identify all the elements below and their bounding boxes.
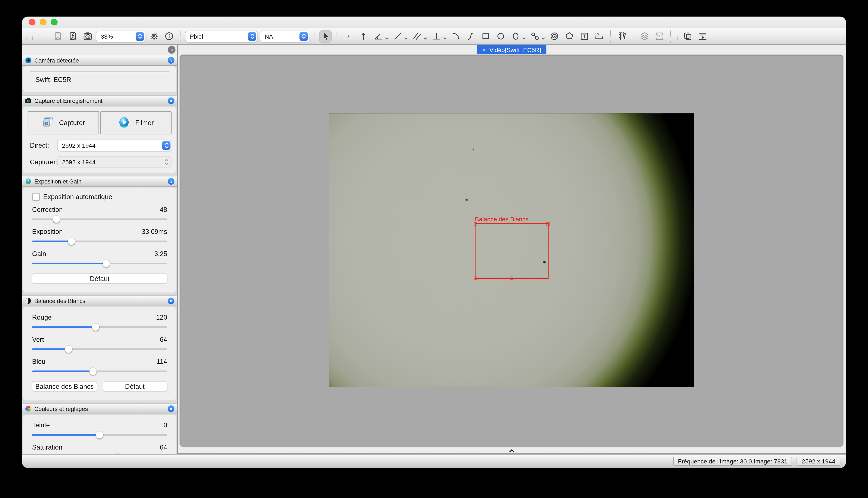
exposition-value: 33.09ms <box>142 228 167 236</box>
close-window-button[interactable] <box>29 19 36 25</box>
direct-resolution-value: 2592 x 1944 <box>62 142 95 149</box>
exposition-slider[interactable] <box>32 237 167 245</box>
section-collapse-button[interactable]: « <box>168 97 174 104</box>
perpendicular-tool-group[interactable] <box>430 30 447 42</box>
section-header-white-balance[interactable]: Balance des Blancs « <box>22 295 177 306</box>
scalebar-tool-button[interactable]: 10um <box>593 30 605 42</box>
minimize-window-button[interactable] <box>40 19 47 25</box>
capture-button[interactable]: Capturer <box>28 111 99 134</box>
zoom-level-select[interactable]: 33% <box>96 31 145 42</box>
linked-circles-tool-group[interactable] <box>528 30 545 42</box>
parallel-tool-group[interactable] <box>411 30 427 42</box>
slider-knob[interactable] <box>68 237 75 245</box>
line-tool-group[interactable] <box>391 30 408 42</box>
layers-button[interactable] <box>638 30 650 42</box>
point-tool-button[interactable] <box>342 30 354 42</box>
chevron-down-icon <box>522 37 526 40</box>
content: « Caméra détectée « Swift_EC5R <box>22 45 846 454</box>
tab-close-icon[interactable]: × <box>483 47 486 53</box>
linked-circles-tool-button[interactable] <box>528 30 541 42</box>
expand-panel-chevron[interactable] <box>509 449 515 453</box>
section-header-camera[interactable]: Caméra détectée « <box>22 55 177 66</box>
white-balance-icon <box>25 298 31 304</box>
white-balance-button[interactable]: Balance des Blancs <box>32 381 97 391</box>
roi-handle[interactable] <box>510 276 513 280</box>
chevron-down-icon <box>385 37 388 40</box>
export-image-button[interactable] <box>697 30 709 42</box>
section-header-capture[interactable]: Capture et Enregistrement « <box>22 95 177 106</box>
teinte-slider[interactable] <box>32 431 167 438</box>
line-tool-button[interactable] <box>391 30 404 42</box>
circle-tool-button[interactable] <box>495 30 507 42</box>
ellipse-tool-group[interactable] <box>509 30 526 42</box>
white-balance-default-button[interactable]: Défaut <box>102 381 167 391</box>
text-tool-button[interactable] <box>578 30 590 42</box>
settings-button[interactable] <box>148 30 160 42</box>
duplicate-button[interactable] <box>681 30 694 42</box>
unit-value: Pixel <box>190 33 203 39</box>
capture-panel: Capturer Filmer Direct: <box>23 107 176 173</box>
rectangle-tool-button[interactable] <box>480 30 492 42</box>
tab-strip: × Vidéo[Swift_EC5R] <box>178 45 846 55</box>
quick-save-button[interactable] <box>66 30 79 42</box>
polygon-tool-button[interactable] <box>563 30 575 42</box>
ellipse-tool-button[interactable] <box>509 30 521 42</box>
capture-resolution-select[interactable]: 2592 x 1944 <box>58 156 172 168</box>
slider-knob[interactable] <box>114 453 121 454</box>
auto-exposure-checkbox[interactable] <box>32 193 40 201</box>
saturation-slider[interactable] <box>32 453 167 454</box>
select-tool-button[interactable] <box>319 30 331 42</box>
white-balance-roi[interactable]: Balance des Blancs <box>475 223 549 279</box>
arc-tool-button[interactable] <box>450 30 462 42</box>
calibrate-tool-button[interactable] <box>615 30 628 42</box>
gain-slider[interactable] <box>32 260 167 267</box>
direct-resolution-label: Direct: <box>30 142 55 149</box>
rouge-slider[interactable] <box>32 323 167 331</box>
section-collapse-button[interactable]: « <box>168 298 174 304</box>
parallel-lines-tool-button[interactable] <box>411 30 423 42</box>
titlebar[interactable] <box>22 17 846 28</box>
slider-track[interactable] <box>32 218 167 220</box>
section-collapse-button[interactable]: « <box>168 57 174 64</box>
info-button[interactable] <box>163 30 175 42</box>
exposure-default-button[interactable]: Défaut <box>32 274 167 283</box>
direct-resolution-select[interactable]: 2592 x 1944 <box>58 140 172 151</box>
section-collapse-button[interactable]: « <box>168 178 174 185</box>
unit-select[interactable]: Pixel <box>186 31 257 42</box>
zoom-window-button[interactable] <box>51 19 58 25</box>
slider-knob[interactable] <box>92 323 99 330</box>
open-file-button[interactable] <box>37 30 49 42</box>
bleu-slider[interactable] <box>32 367 167 375</box>
save-button[interactable] <box>51 30 64 42</box>
slider-knob[interactable] <box>89 367 97 375</box>
magnification-select[interactable]: NA <box>260 31 309 42</box>
capture-timer-button[interactable] <box>81 30 93 42</box>
slider-knob[interactable] <box>65 345 72 353</box>
perpendicular-tool-button[interactable] <box>430 30 442 42</box>
angle-tool-group[interactable] <box>372 30 389 42</box>
angle-tool-button[interactable] <box>372 30 384 42</box>
concentric-circles-tool-button[interactable] <box>548 30 560 42</box>
roi-handle[interactable] <box>546 222 550 226</box>
slider-knob[interactable] <box>53 215 60 223</box>
correction-slider[interactable] <box>32 215 167 223</box>
sidebar-collapse-button[interactable]: « <box>168 46 175 54</box>
section-header-colors[interactable]: Couleurs et réglages « <box>22 403 177 414</box>
roi-handle[interactable] <box>474 276 477 280</box>
viewer-canvas[interactable]: Balance des Blancs <box>180 55 843 447</box>
play-orb-icon <box>118 116 130 130</box>
chevron-down-icon <box>443 37 447 40</box>
record-button[interactable]: Filmer <box>100 111 171 134</box>
roi-handle[interactable] <box>474 222 477 226</box>
arrow-tool-button[interactable] <box>357 30 369 42</box>
section-collapse-button[interactable]: « <box>168 405 174 412</box>
slider-knob[interactable] <box>96 431 103 438</box>
dust-speck <box>465 199 468 201</box>
curve-tool-button[interactable] <box>464 30 477 42</box>
export-csv-button[interactable]: CSV <box>653 30 665 42</box>
section-header-exposure[interactable]: Exposition et Gain « <box>22 176 177 187</box>
camera-device-item[interactable]: Swift_EC5R <box>30 72 169 87</box>
video-tab[interactable]: × Vidéo[Swift_EC5R] <box>477 45 547 55</box>
vert-slider[interactable] <box>32 345 167 353</box>
slider-knob[interactable] <box>103 260 110 267</box>
